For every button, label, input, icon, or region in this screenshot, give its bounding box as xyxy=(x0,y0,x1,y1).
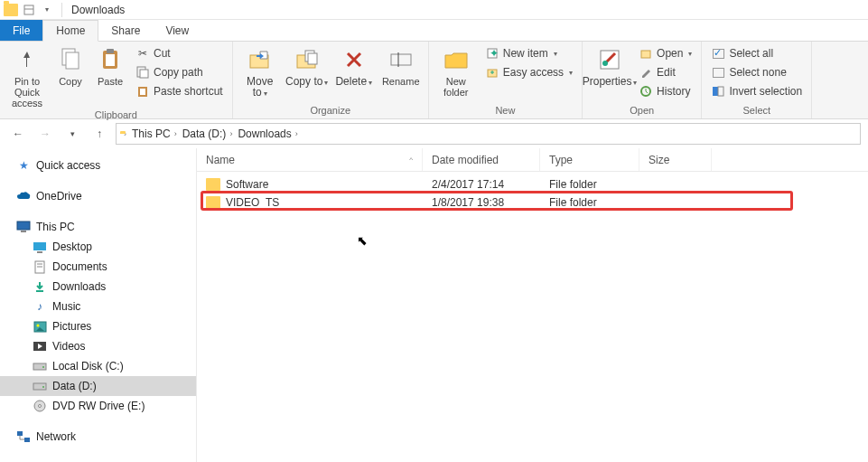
rows-container: Software 2/4/2017 17:14 File folder VIDE… xyxy=(197,172,868,212)
column-date[interactable]: Date modified xyxy=(423,148,540,171)
ribbon-tabs: File Home Share View xyxy=(0,20,868,42)
svg-rect-15 xyxy=(391,54,411,65)
group-organize: Move to▾ Copy to▾ Delete▾ Rename Organiz… xyxy=(233,42,429,118)
recent-dropdown[interactable]: ▾ xyxy=(61,123,83,145)
tab-share[interactable]: Share xyxy=(98,20,153,41)
svg-rect-10 xyxy=(140,89,145,95)
nav-videos[interactable]: Videos xyxy=(0,336,196,356)
separator xyxy=(61,3,62,17)
invert-selection-button[interactable]: Invert selection xyxy=(707,83,806,99)
up-button[interactable]: ↑ xyxy=(89,123,110,145)
drive-icon xyxy=(33,359,47,373)
videos-icon xyxy=(33,339,47,354)
group-label: Select xyxy=(707,104,806,118)
tab-file[interactable]: File xyxy=(0,20,42,41)
properties-button[interactable]: Properties▾ xyxy=(588,43,631,89)
svg-rect-29 xyxy=(37,251,42,253)
nav-documents[interactable]: Documents xyxy=(0,257,196,277)
qat-dropdown-icon[interactable]: ▾ xyxy=(40,3,54,17)
nav-quick-access[interactable]: ★Quick access xyxy=(0,156,196,175)
copy-to-icon xyxy=(293,45,322,74)
breadcrumb[interactable]: This PC› xyxy=(130,127,179,140)
new-folder-button[interactable]: New folder xyxy=(434,43,478,98)
group-label: Clipboard xyxy=(5,108,227,123)
cut-button[interactable]: ✂Cut xyxy=(132,45,227,61)
paste-shortcut-button[interactable]: Paste shortcut xyxy=(132,83,227,99)
cloud-icon xyxy=(16,189,31,203)
nav-downloads[interactable]: Downloads xyxy=(0,277,196,297)
main-area: ★Quick access OneDrive This PC Desktop D… xyxy=(0,148,868,462)
svg-rect-3 xyxy=(66,52,79,69)
ribbon: Pin to Quick access Copy Paste ✂Cut Copy… xyxy=(0,42,868,119)
folder-icon xyxy=(206,178,220,191)
copy-path-icon xyxy=(135,65,150,80)
file-name: VIDEO_TS xyxy=(226,196,279,209)
svg-rect-27 xyxy=(21,231,26,232)
svg-text:✦: ✦ xyxy=(490,47,499,60)
svg-rect-26 xyxy=(17,222,30,230)
select-all-button[interactable]: Select all xyxy=(707,45,806,61)
group-open: Properties▾ Open▾ Edit History Open xyxy=(583,42,702,118)
paste-button[interactable]: Paste xyxy=(92,43,128,87)
qat-properties-icon[interactable] xyxy=(22,3,36,17)
select-none-button[interactable]: Select none xyxy=(707,64,806,80)
nav-dvd-drive-e[interactable]: DVD RW Drive (E:) xyxy=(0,396,196,416)
nav-desktop[interactable]: Desktop xyxy=(0,237,196,257)
history-button[interactable]: History xyxy=(635,83,695,99)
folder-icon xyxy=(206,196,220,209)
breadcrumb[interactable]: Downloads› xyxy=(236,127,299,140)
copy-icon xyxy=(56,45,85,74)
desktop-icon xyxy=(33,240,47,254)
breadcrumb[interactable]: Data (D:)› xyxy=(181,127,235,140)
nav-local-disk-c[interactable]: Local Disk (C:) xyxy=(0,356,196,376)
file-date: 2/4/2017 17:14 xyxy=(423,178,540,191)
tab-home[interactable]: Home xyxy=(42,20,98,42)
pc-icon xyxy=(16,220,31,234)
navigation-bar: ← → ▾ ↑ › This PC› Data (D:)› Downloads› xyxy=(0,119,868,148)
svg-rect-22 xyxy=(641,51,650,58)
tab-view[interactable]: View xyxy=(153,20,201,41)
file-row[interactable]: Software 2/4/2017 17:14 File folder xyxy=(197,175,868,193)
network-icon xyxy=(16,429,31,444)
move-to-button[interactable]: Move to▾ xyxy=(238,43,282,99)
nav-network[interactable]: Network xyxy=(0,427,196,447)
nav-onedrive[interactable]: OneDrive xyxy=(0,186,196,206)
back-button[interactable]: ← xyxy=(7,123,29,145)
group-label: New xyxy=(434,104,576,118)
pictures-icon xyxy=(33,319,47,334)
column-size[interactable]: Size xyxy=(639,148,712,171)
svg-rect-5 xyxy=(106,54,115,66)
address-bar[interactable]: › This PC› Data (D:)› Downloads› xyxy=(116,123,861,145)
copy-path-button[interactable]: Copy path xyxy=(132,64,227,80)
svg-rect-39 xyxy=(33,383,46,390)
column-name[interactable]: Name^ xyxy=(197,148,423,171)
delete-button[interactable]: Delete▾ xyxy=(332,43,376,89)
sort-indicator-icon: ^ xyxy=(409,156,413,164)
properties-icon xyxy=(595,45,624,74)
copy-button[interactable]: Copy xyxy=(52,43,89,87)
new-item-button[interactable]: ✦New item▾ xyxy=(481,45,576,61)
file-list: Name^ Date modified Type Size Software 2… xyxy=(197,148,868,462)
edit-button[interactable]: Edit xyxy=(635,64,695,80)
svg-rect-43 xyxy=(17,431,23,436)
nav-this-pc[interactable]: This PC xyxy=(0,217,196,237)
copy-to-button[interactable]: Copy to▾ xyxy=(285,43,329,89)
delete-icon xyxy=(340,45,369,74)
pin-quick-access-button[interactable]: Pin to Quick access xyxy=(5,43,49,108)
nav-data-d[interactable]: Data (D:) xyxy=(0,376,196,396)
easy-access-button[interactable]: Easy access▾ xyxy=(481,64,576,80)
column-type[interactable]: Type xyxy=(540,148,639,171)
title-bar: ▾ Downloads xyxy=(0,0,868,20)
rename-button[interactable]: Rename xyxy=(379,43,423,87)
nav-music[interactable]: ♪Music xyxy=(0,297,196,316)
file-row[interactable]: VIDEO_TS 1/8/2017 19:38 File folder xyxy=(197,193,868,212)
edit-icon xyxy=(639,65,653,80)
open-button[interactable]: Open▾ xyxy=(635,45,695,61)
group-select: Select all Select none Invert selection … xyxy=(702,42,812,118)
star-icon: ★ xyxy=(16,158,31,173)
select-none-icon xyxy=(711,65,725,80)
forward-button[interactable]: → xyxy=(34,123,56,145)
svg-rect-8 xyxy=(140,70,148,78)
svg-rect-28 xyxy=(33,242,46,250)
nav-pictures[interactable]: Pictures xyxy=(0,316,196,336)
